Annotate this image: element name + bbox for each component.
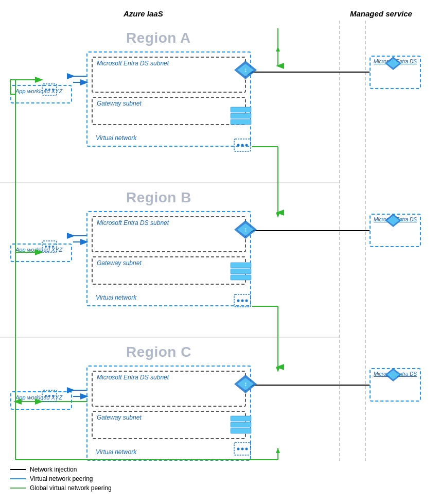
region-c-label: Region C: [126, 344, 191, 360]
entra-subnet-label-c: Microsoft Entra DS subnet: [97, 374, 169, 381]
managed-ds-label-a: Microsoft Entra DS: [373, 59, 418, 64]
azure-iaas-header: Azure IaaS: [124, 9, 163, 18]
gateway-subnet-label-c: Gateway subnet: [97, 414, 142, 421]
legend-line-black: [10, 469, 26, 470]
legend: Network injection Virtual network peerin…: [10, 466, 112, 494]
legend-network-injection: Network injection: [10, 466, 112, 473]
app-workload-label-b: App workload XYZ: [15, 247, 62, 253]
gateway-subnet-label-b: Gateway subnet: [97, 259, 142, 267]
gateway-subnet-label-a: Gateway subnet: [97, 100, 142, 107]
legend-vnet-peering-label: Virtual network peering: [30, 475, 93, 482]
vnet-label-a: Virtual network: [96, 134, 136, 142]
app-workload-label-c: App workload XYZ: [15, 394, 62, 401]
vnet-box-b: Microsoft Entra DS subnet Gateway subnet…: [86, 211, 251, 306]
entra-subnet-label-b: Microsoft Entra DS subnet: [97, 219, 169, 227]
vnet-label-b: Virtual network: [96, 294, 136, 301]
managed-ds-box-b: Microsoft Entra DS: [370, 214, 421, 247]
app-workload-box-b: App workload XYZ: [10, 244, 72, 262]
managed-ds-box-a: Microsoft Entra DS: [370, 56, 421, 89]
legend-global-vnet-peering: Global virtual network peering: [10, 484, 112, 492]
entra-subnet-label-a: Microsoft Entra DS subnet: [97, 60, 169, 67]
managed-ds-label-c: Microsoft Entra DS: [373, 371, 418, 377]
vnet-box-c: Microsoft Entra DS subnet Gateway subnet…: [86, 366, 251, 461]
gateway-subnet-box-c: Gateway subnet: [92, 411, 246, 439]
diagram-container: Azure IaaS Managed service Region A Micr…: [0, 0, 439, 504]
entra-subnet-box-a: Microsoft Entra DS subnet: [92, 57, 246, 93]
green-arrow-down-c: [276, 367, 280, 372]
legend-global-vnet-peering-label: Global virtual network peering: [30, 484, 112, 492]
app-workload-box-c: App workload XYZ: [10, 391, 72, 410]
legend-vnet-peering: Virtual network peering: [10, 475, 112, 482]
vnet-box-a: Microsoft Entra DS subnet Gateway subnet…: [86, 51, 251, 147]
app-workload-label-a: App workload XYZ: [15, 88, 62, 94]
green-arrow-top-a: [276, 46, 280, 51]
entra-subnet-box-c: Microsoft Entra DS subnet: [92, 371, 246, 407]
managed-ds-box-c: Microsoft Entra DS: [370, 368, 421, 402]
managed-ds-label-b: Microsoft Entra DS: [373, 217, 418, 222]
app-workload-box-a: App workload XYZ: [10, 85, 72, 103]
green-arrow-down-b: [276, 213, 280, 218]
legend-line-blue: [10, 478, 26, 479]
gateway-subnet-box-b: Gateway subnet: [92, 256, 246, 285]
legend-network-injection-label: Network injection: [30, 466, 77, 473]
entra-subnet-box-b: Microsoft Entra DS subnet: [92, 216, 246, 252]
managed-service-header: Managed service: [350, 9, 412, 18]
region-a-label: Region A: [126, 30, 191, 46]
vnet-label-c: Virtual network: [96, 448, 136, 456]
region-b-label: Region B: [126, 189, 191, 206]
gateway-subnet-box-a: Gateway subnet: [92, 97, 246, 125]
legend-line-green: [10, 488, 26, 489]
green-arrow-up-bottom: [276, 448, 280, 453]
